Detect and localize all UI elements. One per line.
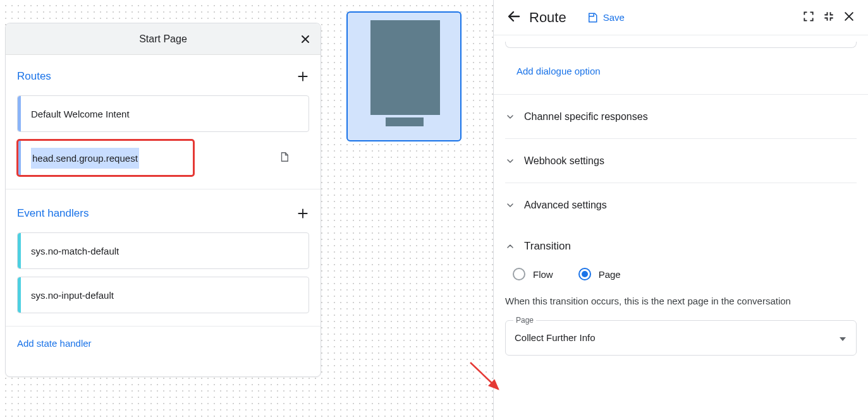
page-card: Start Page Routes Default Welcome Intent…: [5, 23, 321, 377]
panel-header: Route Save: [494, 0, 868, 35]
route-item[interactable]: Default Welcome Intent: [17, 95, 309, 132]
radio-flow[interactable]: Flow: [513, 268, 553, 280]
accordion-label: Webhook settings: [524, 155, 604, 167]
page-card-header: Start Page: [6, 23, 321, 55]
fullscreen-icon[interactable]: [802, 10, 815, 25]
accordion-channel-responses[interactable]: Channel specific responses: [505, 95, 857, 139]
accordion-webhook-settings[interactable]: Webhook settings: [505, 139, 857, 183]
flow-node-body: [370, 20, 440, 115]
transition-section: Transition Flow Page When this transitio…: [494, 227, 868, 368]
transition-page-select[interactable]: Page Collect Further Info: [505, 320, 857, 356]
document-icon[interactable]: [279, 151, 290, 165]
event-handler-item[interactable]: sys.no-input-default: [17, 277, 309, 313]
route-side-panel: Route Save Add dialogue option Channel s…: [493, 0, 868, 420]
accordion: Channel specific responses Webhook setti…: [494, 94, 868, 227]
add-route-button[interactable]: [296, 70, 309, 83]
radio-page[interactable]: Page: [578, 268, 621, 280]
route-color-bar: [18, 96, 21, 131]
route-color-bar: [18, 140, 21, 176]
select-value: Collect Further Info: [515, 332, 596, 343]
event-handlers-section: Event handlers sys.no-match-default sys.…: [6, 192, 321, 323]
flow-node-footer: [386, 117, 424, 126]
page-title: Start Page: [139, 33, 187, 45]
routes-title: Routes: [17, 70, 51, 83]
transition-type-radios: Flow Page: [505, 268, 857, 280]
add-event-handler-button[interactable]: [296, 207, 309, 220]
flow-canvas[interactable]: Start Page Routes Default Welcome Intent…: [0, 0, 493, 420]
back-arrow-icon[interactable]: [506, 9, 522, 26]
event-label: sys.no-input-default: [31, 290, 114, 301]
add-dialogue-option-link[interactable]: Add dialogue option: [494, 48, 868, 94]
chevron-up-icon: [505, 241, 515, 251]
save-button[interactable]: Save: [587, 12, 625, 23]
event-handler-item[interactable]: sys.no-match-default: [17, 232, 309, 269]
route-label: head.send.group.request: [31, 148, 139, 169]
route-label: Default Welcome Intent: [31, 109, 130, 119]
event-label: sys.no-match-default: [31, 246, 119, 256]
previous-card-edge: [505, 42, 857, 48]
close-icon[interactable]: [299, 33, 312, 45]
select-floating-label: Page: [513, 316, 536, 325]
radio-icon-unchecked: [513, 268, 525, 280]
chevron-down-icon: [505, 112, 515, 122]
transition-title: Transition: [524, 240, 571, 253]
accordion-label: Advanced settings: [524, 200, 607, 211]
flow-node-thumbnail[interactable]: [346, 11, 462, 141]
transition-header[interactable]: Transition: [505, 240, 857, 253]
radio-icon-checked: [578, 268, 591, 280]
radio-flow-label: Flow: [533, 269, 553, 280]
save-icon: [587, 12, 598, 23]
add-state-handler-link[interactable]: Add state handler: [6, 329, 321, 357]
exit-fullscreen-icon[interactable]: [822, 10, 835, 25]
chevron-down-icon: [505, 156, 515, 166]
panel-title: Route: [529, 9, 566, 26]
transition-help-text: When this transition occurs, this is the…: [505, 296, 857, 306]
route-item-selected[interactable]: head.send.group.request: [17, 140, 194, 176]
accordion-label: Channel specific responses: [524, 111, 648, 123]
routes-section: Routes Default Welcome Intent head.send.…: [6, 55, 321, 186]
event-color-bar: [18, 233, 21, 268]
radio-page-label: Page: [599, 269, 621, 280]
save-label: Save: [603, 12, 625, 23]
close-panel-icon[interactable]: [843, 10, 855, 25]
event-color-bar: [18, 277, 21, 313]
chevron-down-icon: [505, 200, 515, 210]
accordion-advanced-settings[interactable]: Advanced settings: [505, 183, 857, 227]
dropdown-triangle-icon: [840, 333, 846, 343]
event-handlers-title: Event handlers: [17, 207, 89, 220]
